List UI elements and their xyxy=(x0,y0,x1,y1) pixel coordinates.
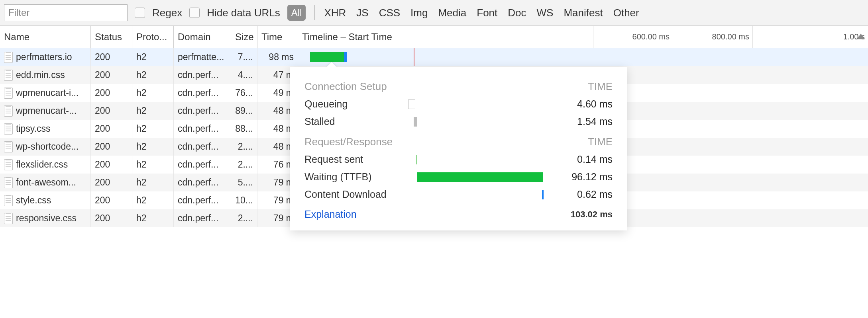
cell-size: 88... xyxy=(231,120,257,138)
queueing-value: 4.60 ms xyxy=(544,98,613,110)
file-icon xyxy=(4,88,13,99)
type-filter-tabs: XHR JS CSS Img Media Font Doc WS Manifes… xyxy=(324,7,639,19)
cell-size: 4.... xyxy=(231,66,257,84)
tab-media[interactable]: Media xyxy=(438,7,466,19)
cell-protocol: h2 xyxy=(132,120,174,138)
request-sent-value: 0.14 ms xyxy=(544,154,613,165)
cell-name: style.css xyxy=(0,191,91,209)
hide-data-urls-checkbox[interactable] xyxy=(189,8,200,18)
request-sent-label: Request sent xyxy=(304,154,408,165)
tab-js[interactable]: JS xyxy=(356,7,368,19)
queueing-label: Queueing xyxy=(304,98,408,110)
cell-time: 98 ms xyxy=(257,48,298,66)
waiting-bar xyxy=(408,172,544,182)
col-domain[interactable]: Domain xyxy=(174,26,231,48)
file-icon xyxy=(4,213,13,224)
regex-label: Regex xyxy=(152,7,182,19)
cell-name: wpmenucart-... xyxy=(0,102,91,120)
cell-name-text: font-awesom... xyxy=(16,177,76,188)
cell-name-text: edd.min.css xyxy=(16,70,65,80)
filter-all-pill[interactable]: All xyxy=(287,5,306,21)
cell-name: wp-shortcode... xyxy=(0,138,91,156)
cell-protocol: h2 xyxy=(132,48,174,66)
toolbar-separator xyxy=(314,5,315,20)
col-name[interactable]: Name xyxy=(0,26,91,48)
request-response-title: Request/Response xyxy=(304,136,393,148)
cell-name: tipsy.css xyxy=(0,120,91,138)
cell-status: 200 xyxy=(91,209,132,227)
cell-domain: cdn.perf... xyxy=(174,191,231,209)
cell-protocol: h2 xyxy=(132,191,174,209)
sort-ascending-icon xyxy=(857,33,865,39)
file-icon xyxy=(4,177,13,188)
cell-size: 2.... xyxy=(231,209,257,227)
cell-domain: cdn.perf... xyxy=(174,174,231,191)
cell-status: 200 xyxy=(91,102,132,120)
tab-other[interactable]: Other xyxy=(613,7,639,19)
col-size[interactable]: Size xyxy=(231,26,257,48)
cell-name: edd.min.css xyxy=(0,66,91,84)
cell-name-text: perfmatters.io xyxy=(16,52,72,62)
col-protocol[interactable]: Proto... xyxy=(132,26,174,48)
cell-status: 200 xyxy=(91,120,132,138)
table-header-row: Name Status Proto... Domain Size Time Ti… xyxy=(0,26,868,48)
stalled-value: 1.54 ms xyxy=(544,116,613,127)
cell-protocol: h2 xyxy=(132,102,174,120)
cell-name-text: wp-shortcode... xyxy=(16,141,79,152)
tab-manifest[interactable]: Manifest xyxy=(564,7,603,19)
cell-domain: cdn.perf... xyxy=(174,66,231,84)
cell-protocol: h2 xyxy=(132,138,174,156)
tab-doc[interactable]: Doc xyxy=(508,7,526,19)
cell-name: font-awesom... xyxy=(0,174,91,191)
download-bar xyxy=(408,189,544,199)
cell-protocol: h2 xyxy=(132,84,174,102)
cell-size: 2.... xyxy=(231,138,257,156)
timeline-ticks: 600.00 ms 800.00 ms 1.00 s xyxy=(593,26,868,48)
queueing-bar xyxy=(408,99,544,109)
waterfall-bar[interactable] xyxy=(310,52,344,62)
cell-timeline xyxy=(298,48,868,66)
explanation-link[interactable]: Explanation xyxy=(304,209,357,220)
file-icon xyxy=(4,159,13,170)
col-timeline[interactable]: Timeline – Start Time 600.00 ms 800.00 m… xyxy=(298,26,868,48)
timing-popover: Connection Setup TIME Queueing 4.60 ms S… xyxy=(290,67,627,230)
cell-name-text: flexslider.css xyxy=(16,159,68,170)
time-header-1: TIME xyxy=(588,80,613,93)
cell-status: 200 xyxy=(91,191,132,209)
cell-domain: cdn.perf... xyxy=(174,84,231,102)
cell-domain: perfmatte... xyxy=(174,48,231,66)
file-icon xyxy=(4,105,13,117)
tab-font[interactable]: Font xyxy=(477,7,497,19)
hide-data-urls-label: Hide data URLs xyxy=(207,7,280,19)
tab-img[interactable]: Img xyxy=(410,7,428,19)
cell-name-text: wpmenucart-... xyxy=(16,105,77,116)
cell-size: 2.... xyxy=(231,156,257,174)
file-icon xyxy=(4,141,13,152)
cell-size: 7.... xyxy=(231,48,257,66)
cell-name: perfmatters.io xyxy=(0,48,91,66)
file-icon xyxy=(4,195,13,206)
cell-status: 200 xyxy=(91,138,132,156)
col-time[interactable]: Time xyxy=(257,26,298,48)
download-label: Content Download xyxy=(304,189,408,200)
cell-size: 89... xyxy=(231,102,257,120)
tab-css[interactable]: CSS xyxy=(379,7,400,19)
cell-status: 200 xyxy=(91,156,132,174)
table-row[interactable]: perfmatters.io200h2perfmatte...7....98 m… xyxy=(0,48,868,66)
cell-size: 10... xyxy=(231,191,257,209)
tick-800: 800.00 ms xyxy=(673,26,752,48)
file-icon xyxy=(4,52,13,63)
cell-name: wpmenucart-i... xyxy=(0,84,91,102)
total-time-value: 103.02 ms xyxy=(571,209,613,220)
col-timeline-label: Timeline – Start Time xyxy=(302,31,392,43)
tab-xhr[interactable]: XHR xyxy=(324,7,346,19)
regex-checkbox[interactable] xyxy=(135,8,145,18)
cell-name: flexslider.css xyxy=(0,156,91,174)
filter-input[interactable] xyxy=(4,4,128,21)
waiting-value: 96.12 ms xyxy=(544,171,613,183)
col-status[interactable]: Status xyxy=(91,26,132,48)
cell-domain: cdn.perf... xyxy=(174,102,231,120)
cell-status: 200 xyxy=(91,84,132,102)
connection-setup-title: Connection Setup xyxy=(304,80,387,93)
tab-ws[interactable]: WS xyxy=(537,7,554,19)
